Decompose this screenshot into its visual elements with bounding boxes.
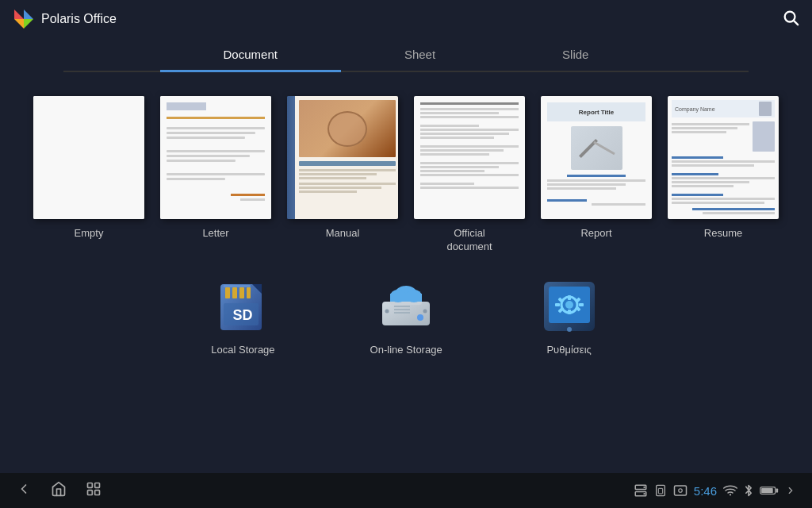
clock: 5:46: [694, 484, 717, 498]
template-official[interactable]: Official document: [414, 96, 525, 254]
svg-rect-8: [225, 287, 230, 298]
template-letter[interactable]: Letter: [160, 96, 271, 254]
svg-rect-40: [88, 483, 93, 487]
app-title: Polaris Office: [41, 12, 117, 26]
status-bar-right: 5:46: [634, 483, 796, 498]
svg-point-21: [417, 314, 423, 321]
svg-point-52: [730, 494, 731, 495]
template-manual[interactable]: Manual: [287, 96, 398, 254]
svg-rect-41: [95, 483, 100, 487]
svg-marker-0: [24, 10, 33, 19]
svg-rect-11: [247, 287, 251, 298]
template-empty-label: Empty: [75, 227, 104, 241]
svg-point-46: [643, 487, 645, 488]
svg-text:SD: SD: [233, 307, 253, 323]
svg-rect-9: [232, 287, 237, 298]
template-empty-thumb: [33, 96, 144, 219]
svg-point-47: [643, 493, 645, 495]
tab-document[interactable]: Document: [160, 38, 341, 71]
template-letter-thumb: [160, 96, 271, 219]
svg-point-51: [679, 489, 683, 493]
battery-icon: [760, 485, 779, 496]
template-resume-thumb: Company Name: [668, 96, 779, 219]
svg-rect-55: [761, 488, 773, 493]
template-manual-thumb: [287, 96, 398, 219]
template-letter-label: Letter: [202, 227, 228, 241]
app-title-area: Polaris Office: [13, 8, 117, 30]
template-official-thumb: [414, 96, 525, 219]
svg-marker-1: [24, 19, 33, 29]
svg-line-5: [794, 21, 798, 25]
local-storage-icon: SD: [211, 278, 274, 337]
svg-marker-3: [14, 10, 24, 19]
sim-status-icon: [654, 484, 667, 497]
template-resume-label: Resume: [704, 227, 742, 241]
online-storage-label: On-line Storage: [370, 344, 442, 356]
template-report-label: Report: [580, 227, 611, 241]
storage-settings[interactable]: Ρυθμίσεις: [538, 278, 601, 356]
bottom-bar: 5:46: [0, 473, 812, 508]
search-button[interactable]: [782, 9, 799, 30]
svg-rect-20: [390, 294, 422, 302]
templates-grid: Empty Letter: [0, 72, 812, 262]
svg-rect-43: [95, 490, 100, 495]
bluetooth-icon: [744, 484, 753, 497]
forward-icon: [785, 485, 796, 496]
storage-online[interactable]: On-line Storage: [370, 278, 442, 356]
svg-point-39: [567, 327, 572, 332]
recents-button[interactable]: [86, 481, 102, 501]
home-button[interactable]: [51, 481, 67, 501]
settings-icon: [538, 278, 601, 337]
template-report[interactable]: Report Title Report: [541, 96, 652, 254]
svg-rect-48: [656, 485, 665, 495]
template-manual-label: Manual: [326, 227, 360, 241]
svg-marker-2: [14, 19, 24, 29]
template-resume[interactable]: Company Name: [668, 96, 779, 254]
storage-status-icon: [634, 483, 648, 498]
svg-rect-32: [568, 310, 571, 314]
tab-sheet[interactable]: Sheet: [341, 38, 499, 71]
svg-rect-34: [555, 303, 560, 306]
svg-rect-33: [579, 303, 584, 306]
online-storage-icon: [374, 278, 438, 337]
screenshot-icon: [673, 483, 688, 498]
svg-point-22: [385, 309, 389, 313]
storage-local[interactable]: SD Local Storage: [211, 278, 274, 356]
svg-rect-42: [88, 490, 93, 495]
local-storage-label: Local Storage: [211, 344, 274, 356]
app-logo: [13, 8, 35, 30]
svg-rect-49: [658, 488, 662, 494]
svg-point-30: [565, 301, 573, 309]
top-bar: Polaris Office: [0, 0, 812, 38]
back-button[interactable]: [16, 481, 32, 501]
tabs-bar: Document Sheet Slide: [63, 38, 749, 72]
svg-rect-14: [224, 285, 251, 287]
settings-label: Ρυθμίσεις: [546, 344, 591, 356]
svg-point-23: [423, 309, 427, 313]
storage-section: SD Local Storage: [0, 262, 812, 364]
svg-rect-31: [568, 295, 571, 300]
template-empty[interactable]: Empty: [33, 96, 144, 254]
template-report-thumb: Report Title: [541, 96, 652, 219]
tab-slide[interactable]: Slide: [499, 38, 652, 71]
nav-buttons: [16, 481, 102, 501]
template-official-label: Official document: [446, 227, 492, 254]
svg-rect-50: [674, 486, 686, 495]
svg-rect-54: [776, 488, 779, 492]
svg-rect-15: [382, 302, 430, 325]
wifi-icon: [723, 485, 737, 496]
svg-rect-10: [239, 287, 244, 298]
